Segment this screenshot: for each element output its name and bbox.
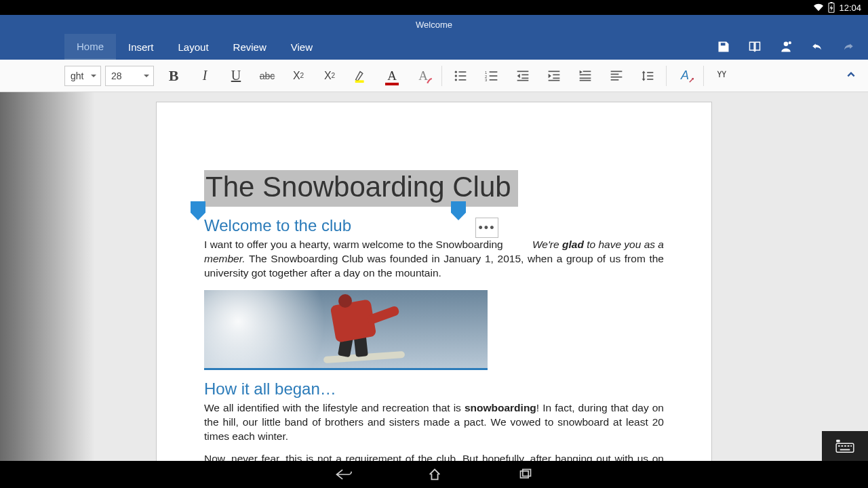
svg-rect-30 bbox=[611, 73, 619, 75]
highlight-color-button[interactable] bbox=[345, 62, 376, 89]
word-app: Welcome Home Insert Layout Review View g… bbox=[0, 15, 868, 461]
line-spacing-button[interactable] bbox=[632, 62, 663, 89]
font-name-select[interactable]: ght bbox=[64, 66, 101, 86]
svg-rect-32 bbox=[611, 79, 619, 81]
recent-apps-button[interactable] bbox=[517, 468, 534, 481]
document-title: Welcome bbox=[416, 20, 452, 30]
special-indent-button[interactable] bbox=[570, 62, 601, 89]
android-nav-bar bbox=[0, 461, 868, 488]
save-icon[interactable] bbox=[716, 39, 731, 54]
tab-home[interactable]: Home bbox=[64, 34, 116, 60]
svg-rect-24 bbox=[549, 79, 560, 81]
svg-rect-29 bbox=[611, 70, 623, 72]
redo-icon[interactable] bbox=[841, 39, 856, 54]
svg-rect-19 bbox=[521, 77, 528, 79]
ribbon-tabs: Home Insert Layout Review View bbox=[0, 34, 868, 60]
formatting-toolbar: ght 28 B I U abc X2 X2 A A 123 A bbox=[0, 60, 868, 92]
svg-rect-16 bbox=[490, 79, 498, 81]
title-bar: Welcome bbox=[0, 15, 868, 34]
doc-title-selected[interactable]: The Snowboarding Club bbox=[204, 170, 518, 207]
snowboard-image[interactable] bbox=[204, 290, 488, 370]
tab-insert[interactable]: Insert bbox=[116, 34, 166, 60]
svg-rect-4 bbox=[355, 80, 364, 83]
svg-rect-35 bbox=[647, 79, 653, 80]
font-color-button[interactable]: A bbox=[376, 62, 408, 89]
font-size-select[interactable]: 28 bbox=[105, 66, 154, 86]
svg-rect-45 bbox=[523, 470, 531, 476]
left-vignette bbox=[0, 92, 95, 461]
share-icon[interactable] bbox=[778, 39, 793, 54]
svg-rect-6 bbox=[459, 71, 467, 73]
underline-button[interactable]: U bbox=[220, 62, 252, 89]
svg-point-2 bbox=[784, 42, 789, 47]
home-button[interactable] bbox=[427, 467, 443, 482]
svg-rect-31 bbox=[611, 76, 623, 77]
page[interactable]: The Snowboarding Club ••• Welcome to the… bbox=[156, 102, 712, 461]
svg-rect-25 bbox=[583, 70, 591, 72]
strikethrough-button[interactable]: abc bbox=[252, 62, 283, 89]
svg-rect-22 bbox=[553, 74, 559, 75]
svg-rect-14 bbox=[490, 75, 498, 77]
svg-rect-42 bbox=[840, 449, 850, 451]
italic-button[interactable]: I bbox=[189, 62, 220, 89]
svg-rect-17 bbox=[517, 70, 529, 72]
svg-rect-33 bbox=[647, 72, 653, 73]
heading-welcome[interactable]: Welcome to the club bbox=[204, 216, 664, 235]
svg-rect-39 bbox=[844, 445, 846, 447]
svg-rect-34 bbox=[647, 75, 653, 77]
tab-view[interactable]: View bbox=[279, 34, 325, 60]
bold-button[interactable]: B bbox=[158, 62, 189, 89]
document-canvas[interactable]: The Snowboarding Club ••• Welcome to the… bbox=[0, 92, 868, 461]
svg-point-7 bbox=[455, 75, 457, 77]
subscript-button[interactable]: X2 bbox=[283, 62, 314, 89]
reading-view-icon[interactable] bbox=[747, 39, 762, 54]
increase-indent-button[interactable] bbox=[538, 62, 570, 89]
svg-rect-40 bbox=[848, 445, 850, 447]
superscript-button[interactable]: X2 bbox=[314, 62, 345, 89]
svg-rect-8 bbox=[459, 75, 467, 77]
svg-rect-12 bbox=[490, 71, 498, 73]
svg-rect-26 bbox=[580, 74, 591, 75]
svg-rect-38 bbox=[842, 445, 844, 447]
svg-rect-36 bbox=[836, 443, 854, 452]
paragraph-began-2[interactable]: Now, never fear, this is not a requireme… bbox=[204, 452, 664, 461]
svg-rect-21 bbox=[549, 70, 560, 72]
android-status-bar: 12:04 bbox=[0, 0, 868, 15]
svg-rect-23 bbox=[553, 77, 559, 79]
styles-button[interactable]: A bbox=[669, 62, 701, 89]
svg-rect-37 bbox=[838, 445, 840, 447]
collapse-ribbon-button[interactable] bbox=[846, 70, 856, 82]
paragraph-welcome[interactable]: I want to offer you a hearty, warm welco… bbox=[204, 238, 664, 281]
svg-rect-1 bbox=[831, 2, 833, 3]
heading-began[interactable]: How it all began… bbox=[204, 380, 664, 399]
tab-layout[interactable]: Layout bbox=[166, 34, 221, 60]
undo-icon[interactable] bbox=[810, 39, 825, 54]
keyboard-toggle-button[interactable] bbox=[822, 431, 868, 461]
bullets-button[interactable] bbox=[445, 62, 476, 89]
context-menu-button[interactable]: ••• bbox=[475, 218, 498, 238]
svg-rect-43 bbox=[836, 440, 840, 443]
svg-point-9 bbox=[455, 79, 457, 81]
wifi-icon bbox=[813, 3, 824, 12]
alignment-button[interactable] bbox=[601, 62, 632, 89]
decrease-indent-button[interactable] bbox=[507, 62, 538, 89]
selection-handle-start[interactable] bbox=[191, 201, 205, 220]
tab-review[interactable]: Review bbox=[221, 34, 279, 60]
svg-point-5 bbox=[455, 70, 457, 73]
svg-rect-20 bbox=[517, 79, 529, 81]
clock: 12:04 bbox=[839, 3, 861, 13]
svg-rect-28 bbox=[580, 79, 591, 81]
clear-formatting-button[interactable]: A bbox=[408, 62, 439, 89]
svg-rect-18 bbox=[521, 74, 528, 75]
back-button[interactable] bbox=[334, 467, 352, 482]
svg-point-3 bbox=[789, 41, 791, 44]
svg-text:3: 3 bbox=[485, 78, 487, 82]
paragraph-began-1[interactable]: We all identified with the lifestyle and… bbox=[204, 401, 664, 444]
svg-rect-27 bbox=[580, 77, 591, 79]
svg-rect-10 bbox=[459, 79, 467, 81]
battery-charging-icon bbox=[828, 2, 835, 13]
svg-rect-41 bbox=[850, 445, 852, 447]
svg-rect-44 bbox=[521, 471, 529, 478]
find-button[interactable] bbox=[707, 62, 738, 89]
numbering-button[interactable]: 123 bbox=[476, 62, 507, 89]
